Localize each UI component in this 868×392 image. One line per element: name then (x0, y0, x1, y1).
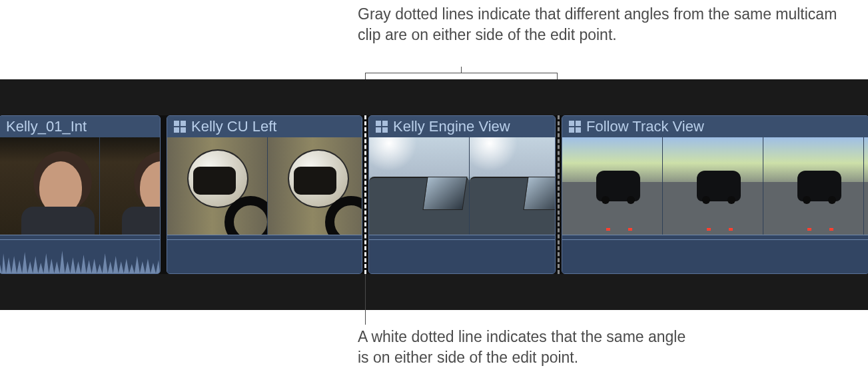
clip-audio (562, 235, 868, 273)
multicam-icon (174, 121, 186, 133)
timeline-clip[interactable]: Kelly Engine View (368, 115, 556, 274)
multicam-icon (569, 121, 581, 133)
clip-thumbnail (470, 137, 556, 236)
clip-thumbnail (562, 137, 662, 236)
clip-audio (369, 235, 555, 273)
callout-line (461, 67, 462, 73)
timeline-clip[interactable]: Kelly CU Left (167, 115, 362, 274)
clip-thumbnail (167, 137, 267, 236)
clip-thumbnail (268, 137, 362, 236)
clip-label: Kelly CU Left (191, 118, 276, 135)
clip-thumbnail (0, 137, 99, 236)
clip-header: Kelly Engine View (369, 116, 555, 137)
multicam-icon (376, 121, 388, 133)
clip-thumbnails (562, 137, 868, 236)
callout-line (365, 274, 366, 325)
clip-audio (167, 235, 362, 273)
clip-label: Follow Track View (586, 118, 704, 135)
clip-thumbnail (100, 137, 161, 236)
edit-point-same-angle (364, 115, 366, 274)
clip-label: Kelly Engine View (393, 118, 510, 135)
timeline-clip[interactable]: Kelly_01_Int (0, 115, 161, 274)
clip-header: Kelly CU Left (167, 116, 362, 137)
clip-thumbnail (369, 137, 469, 236)
timeline: Kelly_01_Int Kelly CU Left (0, 79, 868, 310)
audio-waveform (0, 247, 160, 273)
timeline-clip[interactable]: Follow Track View (562, 115, 868, 274)
annotation-top: Gray dotted lines indicate that differen… (358, 4, 837, 45)
annotation-bottom: A white dotted line indicates that the s… (358, 327, 691, 368)
clip-label: Kelly_01_Int (6, 118, 87, 135)
clip-thumbnail (663, 137, 763, 236)
clip-thumbnail (763, 137, 863, 236)
clip-header: Follow Track View (562, 116, 868, 137)
clip-header: Kelly_01_Int (0, 116, 160, 137)
clip-thumbnail (864, 137, 868, 236)
clip-audio (0, 235, 160, 273)
clip-thumbnails (369, 137, 556, 236)
edit-point-diff-angle (558, 115, 560, 274)
clip-thumbnails (167, 137, 362, 236)
clip-thumbnails (0, 137, 161, 236)
